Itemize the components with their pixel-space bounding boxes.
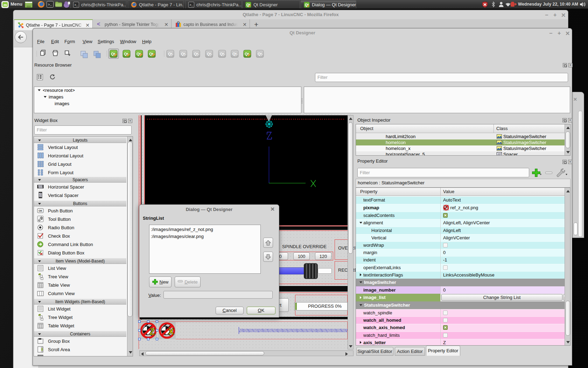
svg-text:m: m (4, 3, 7, 7)
svg-text:>_: >_ (74, 4, 78, 7)
svg-text:Z: Z (149, 326, 155, 337)
svg-text:>_: >_ (48, 3, 52, 7)
svg-text:OK: OK (38, 210, 42, 212)
svg-text:X: X (168, 326, 174, 337)
svg-text:>_: >_ (189, 4, 193, 7)
